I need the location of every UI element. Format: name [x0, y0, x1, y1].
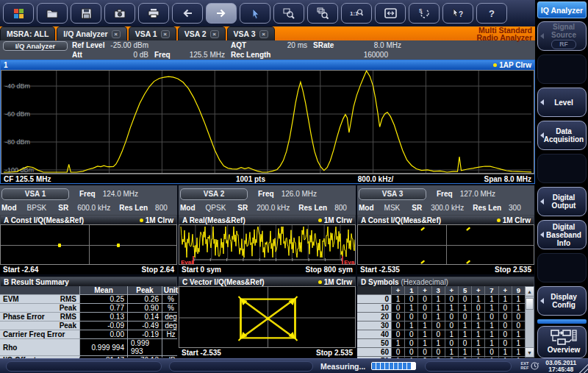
- symbols-scrollbar[interactable]: ▲ ▼: [525, 286, 534, 358]
- symbols-column-header: 9: [512, 286, 525, 294]
- vsa-channel-button[interactable]: VSA 2: [180, 188, 248, 200]
- symbols-row-label: 10: [357, 304, 391, 312]
- trace-color-dot-icon: [493, 63, 497, 67]
- symbols-column-header: +: [445, 286, 458, 294]
- symbols-column-header: +: [392, 286, 404, 294]
- symbol-cell: 1: [512, 348, 525, 356]
- zoom-window-button[interactable]: [307, 3, 338, 24]
- constellation-point: [420, 260, 425, 264]
- redo-button[interactable]: [206, 3, 237, 24]
- symbols-table: +1+3+5+7+9010010011111001011101012000010…: [357, 286, 525, 358]
- softkey-level[interactable]: Level: [537, 88, 587, 117]
- softkey-data-acquisition[interactable]: Data Acquisition: [537, 121, 587, 150]
- mode-banner-line2: Radio Analyzer: [477, 35, 532, 42]
- result-summary-titlebar[interactable]: B Result Summary: [0, 277, 177, 286]
- result-row-label: Phase ErrorRMS: [0, 313, 79, 321]
- symbol-cell: 1: [472, 322, 484, 330]
- symbol-cell: 1: [485, 339, 498, 347]
- save-button[interactable]: [71, 3, 101, 24]
- overview-button[interactable]: Overview: [537, 326, 587, 358]
- tab-close-icon[interactable]: ×: [210, 30, 219, 38]
- help-button[interactable]: ?: [476, 3, 507, 24]
- tab-vsa-2[interactable]: VSA 2×: [178, 26, 226, 40]
- symbols-column-header: +: [472, 286, 484, 294]
- windows-menu-button[interactable]: [3, 3, 34, 24]
- vsa-window-titlebar[interactable]: A Const I/Q(Meas&Ref)1M Clrw: [357, 215, 534, 224]
- open-file-button[interactable]: [37, 3, 68, 24]
- tab-msra-all[interactable]: MSRA: ALL: [0, 26, 55, 40]
- tab-vsa-3[interactable]: VSA 3×: [227, 26, 275, 40]
- sync-icon: S: [418, 8, 430, 19]
- symbol-cell: 1: [472, 348, 484, 356]
- progress-segment: [376, 363, 380, 369]
- srate-field[interactable]: SRate 8.0 MHz: [310, 40, 404, 50]
- tab-close-icon[interactable]: ×: [112, 30, 121, 38]
- symbol-cell: 0: [459, 295, 471, 303]
- resize-grip[interactable]: [576, 361, 588, 373]
- symbol-cell: 1: [472, 295, 484, 303]
- vsa-panel-2: VSA 2Freq126.0 MHzModQPSKSR200.0 kHzRes …: [179, 185, 356, 274]
- att-field[interactable]: Att 0 dB: [69, 50, 151, 60]
- symbol-cell: 0: [445, 313, 458, 321]
- vsa-plot: [357, 224, 534, 265]
- symbol-cell: 1: [512, 330, 525, 338]
- symbol-cell: 1: [499, 295, 512, 303]
- zoom-in-button[interactable]: [273, 3, 304, 24]
- sync-button[interactable]: S: [409, 3, 440, 24]
- symbol-cell: 0: [499, 322, 512, 330]
- column-header: Peak: [128, 286, 162, 294]
- result-value: -0.19: [128, 330, 162, 338]
- spectrum-window-titlebar[interactable]: 1 1AP Clrw: [1, 60, 534, 70]
- fit-display-button[interactable]: [375, 3, 406, 24]
- symbols-titlebar[interactable]: D Symbols (Hexadecimal): [357, 277, 534, 286]
- tab-close-icon[interactable]: ×: [259, 30, 268, 38]
- channel-select-button[interactable]: I/Q Analyzer: [3, 41, 68, 51]
- result-value: 0.00: [80, 330, 127, 338]
- rec-length-field[interactable]: Rec Length 160000: [228, 50, 404, 60]
- vsa-window-titlebar[interactable]: A Const I/Q(Meas&Ref)1M Clrw: [0, 215, 177, 224]
- measurement-progress-bar: [371, 362, 416, 370]
- aqt-field[interactable]: AQT 20 ms: [228, 40, 310, 50]
- softkey-arrow-icon: [540, 298, 544, 304]
- softkey-display-config[interactable]: Display Config: [537, 286, 587, 316]
- context-help-button[interactable]: ?: [442, 3, 473, 24]
- tab-vsa-1[interactable]: VSA 1×: [129, 26, 176, 40]
- symbol-cell: 1: [472, 330, 484, 338]
- vsa-window-titlebar[interactable]: A Real(Meas&Ref)1M Clrw: [179, 215, 356, 224]
- symbol-cell: 1: [445, 330, 458, 338]
- symbol-cell: 0: [418, 304, 431, 312]
- status-segment: [425, 361, 512, 372]
- spectrum-trace-legend: 1AP Clrw: [493, 61, 531, 69]
- result-summary-table: MeanPeakUnitEVMRMS0.250.26%Peak0.770.90%…: [0, 286, 177, 358]
- zoom-chart-icon: [283, 7, 295, 19]
- tab-close-icon[interactable]: ×: [161, 30, 170, 38]
- print-button[interactable]: [138, 3, 169, 24]
- screenshot-button[interactable]: [104, 3, 135, 24]
- scroll-thumb[interactable]: [526, 298, 534, 310]
- result-unit: %: [162, 295, 179, 303]
- softkey-signal-source[interactable]: Signal SourceRF: [537, 21, 587, 51]
- scroll-down-icon[interactable]: ▼: [526, 347, 534, 357]
- vsa-settings-header: VSA 2Freq126.0 MHzModQPSKSR200.0 kHzRes …: [179, 185, 356, 215]
- freq-field[interactable]: Freq 125.5 MHz: [151, 50, 228, 60]
- undo-button[interactable]: [172, 3, 203, 24]
- zoom-one-to-one-button[interactable]: 1:1: [341, 3, 372, 24]
- scroll-up-icon[interactable]: ▲: [526, 287, 534, 296]
- result-value: -0.09: [80, 322, 127, 330]
- select-pointer-button[interactable]: [240, 3, 270, 24]
- softkey-digital-output[interactable]: Digital Output: [537, 187, 587, 216]
- mode-banner: Multi Standard Radio Analyzer: [477, 26, 532, 41]
- softkey-sidebar: IQ Analyzer Signal SourceRFLevelData Acq…: [535, 0, 588, 358]
- sweep-points-readout: 1001 pts: [184, 175, 317, 183]
- tab-i-q-analyzer[interactable]: I/Q Analyzer×: [57, 26, 126, 40]
- vector-iq-footer: Start -2.535 Stop 2.535: [179, 348, 356, 358]
- question-icon: ?: [488, 8, 495, 18]
- vsa-channel-button[interactable]: VSA 1: [1, 188, 69, 200]
- symbol-cell: 1: [432, 295, 445, 303]
- vector-iq-titlebar[interactable]: C Vector I/Q(Meas&Ref) 1M Clrw: [179, 277, 356, 286]
- ref-level-field[interactable]: Ref Level -25.00 dBm: [69, 40, 151, 50]
- vsa-channel-button[interactable]: VSA 3: [359, 188, 426, 200]
- softkey-digital-baseband-info[interactable]: Digital Baseband Info: [537, 220, 587, 249]
- softkey-arrow-icon: [540, 232, 544, 238]
- vsa-footer: Start -2.64Stop 2.64: [0, 265, 177, 274]
